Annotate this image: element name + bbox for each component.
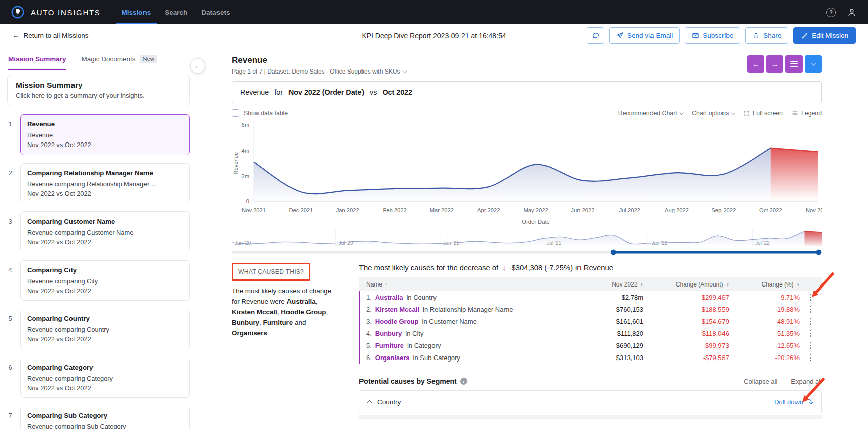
- sidebar-collapse-button[interactable]: ←: [190, 58, 205, 74]
- mission-item-title: Comparing Category: [27, 363, 183, 372]
- column-header-name[interactable]: Name ↑: [359, 281, 568, 288]
- cause-name-link[interactable]: Australia: [375, 294, 403, 301]
- row-kebab-menu[interactable]: [809, 341, 813, 351]
- cause-row[interactable]: 2. Kirsten Mccall in Relationship Manage…: [360, 303, 822, 315]
- chevron-down-icon: [731, 111, 735, 115]
- cause-row[interactable]: 3. Hoodle Group in Customer Name $161,60…: [360, 315, 822, 327]
- what-caused-text: The most likely causes of change for Rev…: [232, 286, 341, 338]
- cause-name-link[interactable]: Bunbury: [375, 330, 402, 337]
- mission-item-card[interactable]: Comparing Customer Name Revenue comparin…: [20, 211, 190, 252]
- cause-value: $2.78m: [568, 294, 643, 301]
- svg-text:0: 0: [246, 198, 249, 204]
- collapse-all-link[interactable]: Collapse all: [744, 378, 777, 385]
- chevron-up-icon: [367, 400, 372, 405]
- legend-button[interactable]: Legend: [792, 110, 822, 117]
- column-header-change-amount[interactable]: Change (Amount) ▲▼: [643, 281, 729, 288]
- previous-page-button[interactable]: ←: [747, 55, 764, 73]
- causes-table-header: Name ↑ Nov 2022 ▲▼ Change (Amount) ▲▼: [359, 277, 822, 291]
- share-icon: [752, 32, 760, 39]
- mission-item-card[interactable]: Comparing Category Revenue comparing Cat…: [20, 358, 190, 398]
- cause-context: in Customer Name: [422, 318, 477, 325]
- mission-item-number: 6: [0, 358, 20, 398]
- page-menu-button[interactable]: [785, 55, 803, 73]
- timeline-minimap[interactable]: Jan '20Jul '20Jan '21Jul '21Jan '22Jul '…: [232, 228, 822, 257]
- mission-item-card[interactable]: Comparing Country Revenue comparing Coun…: [20, 309, 190, 349]
- page-dropdown-button[interactable]: [805, 55, 822, 73]
- cause-context: in Country: [406, 294, 436, 301]
- cause-name-link[interactable]: Kirsten Mccall: [375, 306, 419, 313]
- cause-row[interactable]: 5. Furniture in Category $690,129 -$99,9…: [360, 339, 822, 351]
- row-kebab-menu[interactable]: [809, 317, 813, 327]
- mission-list-item: 7 Comparing Sub Category Revenue compari…: [0, 406, 198, 429]
- nav-item[interactable]: Datasets: [195, 0, 236, 24]
- row-kebab-menu[interactable]: [809, 353, 813, 363]
- edit-mission-button[interactable]: Edit Mission: [793, 27, 856, 44]
- column-header-change-pct[interactable]: Change (%) ▲▼: [729, 281, 800, 288]
- cause-row[interactable]: 4. Bunbury in City $111,820 -$118,046 -5…: [360, 327, 822, 339]
- cause-value: $760,153: [568, 306, 643, 313]
- cause-name-link[interactable]: Furniture: [375, 342, 404, 349]
- column-header-nov-2022[interactable]: Nov 2022 ▲▼: [568, 281, 643, 288]
- svg-text:Jul 2022: Jul 2022: [619, 207, 640, 213]
- share-button[interactable]: Share: [745, 27, 788, 44]
- mission-item-card[interactable]: Comparing Sub Category Revenue comparing…: [20, 406, 190, 429]
- mission-header: ← Return to all Missions KPI Deep Dive R…: [0, 24, 868, 47]
- tab-magic-documents[interactable]: Magic Documents New: [82, 47, 157, 70]
- mission-item-title: Comparing Country: [27, 314, 183, 323]
- svg-text:Order Date: Order Date: [522, 219, 549, 225]
- return-to-missions-link[interactable]: ← Return to all Missions: [12, 32, 89, 39]
- row-kebab-menu[interactable]: [809, 329, 813, 339]
- chart-options-dropdown[interactable]: Chart options: [692, 110, 735, 117]
- show-data-table-label: Show data table: [244, 110, 288, 117]
- mission-item-desc: Revenue: [27, 130, 183, 140]
- svg-text:4m: 4m: [241, 148, 249, 154]
- mission-list-item: 6 Comparing Category Revenue comparing C…: [0, 358, 198, 398]
- mission-item-title: Comparing Customer Name: [27, 217, 183, 226]
- cause-name-link[interactable]: Organisers: [375, 354, 410, 362]
- app-window: AUTO INSIGHTS Missions Search Datasets ?: [0, 0, 868, 429]
- mission-item-card[interactable]: Comparing Relationship Manager Name Reve…: [20, 163, 190, 204]
- mission-item-desc: Revenue comparing City: [27, 276, 183, 286]
- comments-button[interactable]: [587, 27, 604, 44]
- help-icon[interactable]: ?: [826, 8, 836, 17]
- mission-list-scroll[interactable]: Mission Summary Click here to get a summ…: [0, 70, 198, 429]
- next-page-button[interactable]: →: [766, 55, 783, 73]
- mission-summary-card[interactable]: Mission Summary Click here to get a summ…: [7, 75, 190, 105]
- svg-text:Dec 2021: Dec 2021: [288, 207, 313, 213]
- svg-text:Nov 2022: Nov 2022: [806, 207, 822, 213]
- paper-plane-icon: [616, 32, 624, 39]
- nav-item[interactable]: Search: [159, 0, 193, 24]
- back-arrow-icon: ←: [12, 32, 19, 39]
- mission-item-card[interactable]: Comparing City Revenue comparing City No…: [20, 260, 190, 301]
- dataset-selector[interactable]: Page 1 of 7 | Dataset: Demo Sales - Offi…: [232, 68, 406, 75]
- recommended-chart-dropdown[interactable]: Recommended Chart: [618, 110, 683, 117]
- segment-country-accordion[interactable]: Country Drill down: [359, 390, 822, 413]
- causes-table: Name ↑ Nov 2022 ▲▼ Change (Amount) ▲▼: [359, 277, 822, 364]
- tab-mission-summary[interactable]: Mission Summary: [8, 47, 66, 70]
- mission-list-item: 4 Comparing City Revenue comparing City …: [0, 260, 198, 301]
- chevron-down-icon: [680, 111, 684, 115]
- cause-name-link[interactable]: Hoodle Group: [375, 318, 419, 325]
- drill-down-icon: [806, 398, 813, 405]
- drill-down-link[interactable]: Drill down: [774, 398, 813, 406]
- user-icon[interactable]: [847, 7, 857, 17]
- row-kebab-menu[interactable]: [809, 293, 813, 303]
- mission-item-card[interactable]: Revenue Revenue Nov 2022 vs Oct 2022: [20, 114, 190, 155]
- menu-icon: [790, 61, 798, 67]
- info-icon[interactable]: i: [460, 378, 467, 385]
- report-main: Revenue Page 1 of 7 | Dataset: Demo Sale…: [198, 47, 868, 429]
- expand-all-link[interactable]: Expand all: [791, 378, 822, 385]
- collapse-arrow-icon: ←: [195, 62, 201, 70]
- nav-item[interactable]: Missions: [116, 0, 157, 24]
- cause-row[interactable]: 6. Organisers in Sub Category $313,103 -…: [360, 351, 822, 364]
- show-data-table-checkbox[interactable]: [232, 109, 239, 117]
- svg-text:Apr 2022: Apr 2022: [477, 207, 500, 213]
- subscribe-button[interactable]: Subscribe: [685, 27, 740, 44]
- cause-change-amount: -$154,679: [643, 318, 729, 325]
- envelope-icon: [692, 32, 699, 39]
- cause-change-pct: -12.65%: [729, 342, 800, 349]
- cause-row[interactable]: 1. Australia in Country $2.78m -$299,467…: [360, 291, 822, 303]
- send-via-email-button[interactable]: Send via Email: [609, 27, 680, 44]
- row-kebab-menu[interactable]: [809, 305, 813, 315]
- full-screen-button[interactable]: Full screen: [744, 110, 783, 117]
